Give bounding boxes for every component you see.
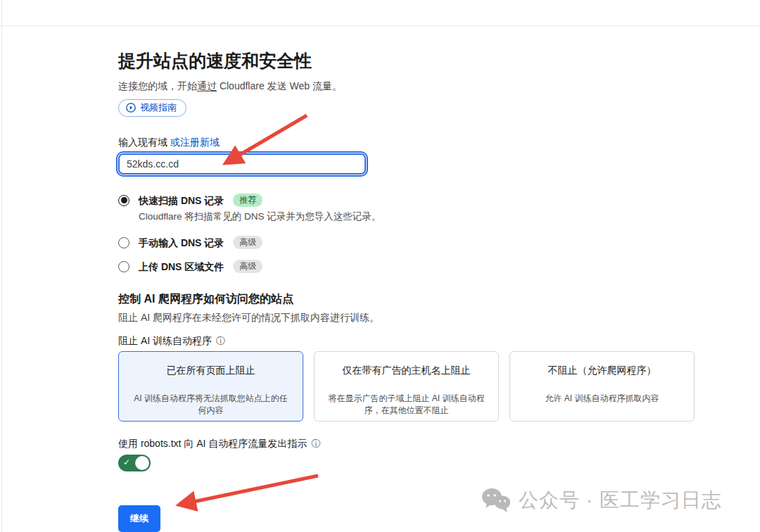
- video-guide-button[interactable]: 视频指南: [118, 99, 186, 117]
- robots-txt-toggle[interactable]: ✓: [118, 455, 151, 471]
- radio-label: 快速扫描 DNS 记录: [139, 194, 224, 207]
- ai-crawler-heading: 控制 AI 爬网程序如何访问您的站点: [118, 292, 737, 306]
- robots-txt-text: 使用 robots.txt 向 AI 自动程序流量发出指示: [118, 438, 307, 450]
- page-subtitle: 连接您的域，开始通过 Cloudflare 发送 Web 流量。: [118, 79, 737, 93]
- page-title: 提升站点的速度和安全性: [118, 50, 737, 71]
- enter-domain-label: 输入现有域: [118, 137, 167, 148]
- top-bar: [0, 0, 760, 26]
- watermark-text: 公众号 · 医工学习日志: [519, 487, 722, 514]
- onboarding-page: 提升站点的速度和安全性 连接您的域，开始通过 Cloudflare 发送 Web…: [0, 0, 760, 532]
- block-ai-bots-text: 阻止 AI 训练自动程序: [118, 335, 212, 347]
- card-do-not-block[interactable]: 不阻止（允许爬网程序） 允许 AI 训练自动程序抓取内容: [509, 351, 695, 422]
- advanced-badge: 高级: [233, 260, 262, 273]
- radio-label: 上传 DNS 区域文件: [139, 260, 224, 273]
- advanced-badge: 高级: [233, 236, 262, 249]
- card-title: 不阻止（允许爬网程序）: [523, 364, 681, 376]
- info-icon[interactable]: ⓘ: [216, 336, 225, 346]
- radio-label: 手动输入 DNS 记录: [139, 236, 224, 249]
- subtitle-text-2: Cloudflare 发送 Web 流量。: [217, 80, 342, 91]
- main-content: 提升站点的速度和安全性 连接您的域，开始通过 Cloudflare 发送 Web…: [118, 26, 737, 532]
- continue-button[interactable]: 继续: [118, 505, 160, 532]
- radio-description: Cloudflare 将扫描常见的 DNS 记录并为您导入这些记录。: [139, 210, 737, 222]
- block-ai-bots-label: 阻止 AI 训练自动程序 ⓘ: [118, 335, 737, 347]
- check-icon: ✓: [123, 457, 130, 467]
- play-circle-icon: [126, 103, 136, 113]
- toggle-knob: [135, 456, 149, 470]
- card-title: 已在所有页面上阻止: [132, 364, 290, 376]
- wechat-icon: [481, 487, 512, 514]
- radio-button-icon: [118, 261, 129, 272]
- domain-input[interactable]: [118, 153, 366, 175]
- card-block-all-pages[interactable]: 已在所有页面上阻止 AI 训练自动程序将无法抓取您站点上的任何内容: [118, 351, 303, 422]
- robots-txt-label: 使用 robots.txt 向 AI 自动程序流量发出指示 ⓘ: [118, 438, 737, 450]
- video-guide-label: 视频指南: [140, 102, 177, 113]
- recommended-badge: 推荐: [233, 194, 262, 207]
- radio-upload-zone-file[interactable]: 上传 DNS 区域文件 高级: [118, 260, 737, 273]
- card-block-ad-hostnames[interactable]: 仅在带有广告的主机名上阻止 将在显示广告的子域上阻止 AI 训练自动程序，在其他…: [314, 351, 499, 422]
- radio-button-icon: [118, 195, 129, 206]
- subtitle-underlined-text: 通过: [197, 80, 217, 91]
- register-new-domain-link[interactable]: 或注册新域: [170, 137, 220, 148]
- radio-manual-dns[interactable]: 手动输入 DNS 记录 高级: [118, 236, 737, 249]
- card-description: AI 训练自动程序将无法抓取您站点上的任何内容: [132, 393, 290, 417]
- left-divider: [1, 0, 2, 532]
- domain-form-label: 输入现有域 或注册新域: [118, 136, 737, 148]
- watermark: 公众号 · 医工学习日志: [481, 487, 722, 514]
- dns-setup-options: 快速扫描 DNS 记录 推荐 Cloudflare 将扫描常见的 DNS 记录并…: [118, 194, 737, 273]
- card-description: 将在显示广告的子域上阻止 AI 训练自动程序，在其他位置不阻止: [327, 393, 486, 417]
- card-title: 仅在带有广告的主机名上阻止: [327, 364, 486, 376]
- ai-crawler-description: 阻止 AI 爬网程序在未经您许可的情况下抓取内容进行训练。: [118, 312, 737, 324]
- ai-block-option-cards: 已在所有页面上阻止 AI 训练自动程序将无法抓取您站点上的任何内容 仅在带有广告…: [118, 351, 737, 422]
- card-description: 允许 AI 训练自动程序抓取内容: [523, 393, 681, 405]
- subtitle-text: 连接您的域，开始: [118, 80, 197, 91]
- radio-button-icon: [118, 237, 129, 248]
- radio-quick-scan-dns[interactable]: 快速扫描 DNS 记录 推荐: [118, 194, 737, 207]
- info-icon[interactable]: ⓘ: [311, 439, 320, 448]
